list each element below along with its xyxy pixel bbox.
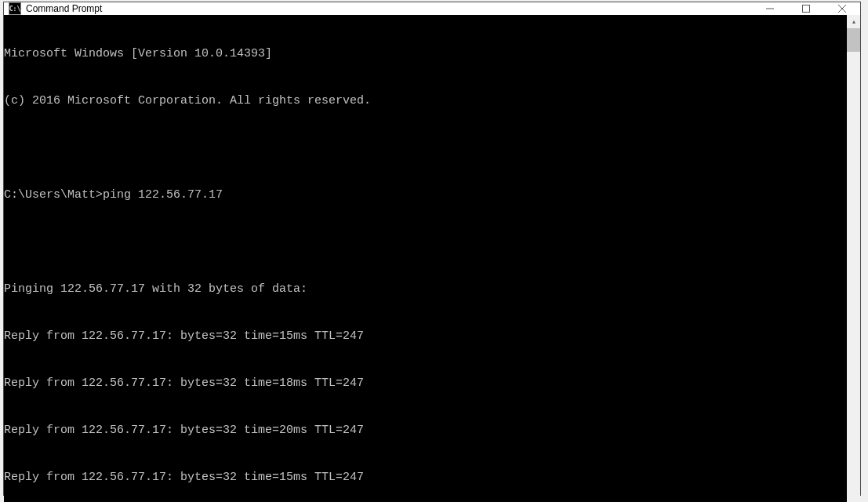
- minimize-button[interactable]: [752, 2, 788, 15]
- console-area: Microsoft Windows [Version 10.0.14393] (…: [4, 15, 860, 502]
- console-line: (c) 2016 Microsoft Corporation. All righ…: [4, 93, 847, 109]
- console-line: [4, 235, 847, 250]
- app-icon: C:\: [9, 2, 21, 15]
- console-line: Reply from 122.56.77.17: bytes=32 time=1…: [4, 376, 847, 391]
- console-line: Reply from 122.56.77.17: bytes=32 time=1…: [4, 329, 847, 344]
- console-line: Pinging 122.56.77.17 with 32 bytes of da…: [4, 282, 847, 297]
- svg-rect-1: [803, 5, 810, 13]
- scroll-thumb[interactable]: [847, 28, 860, 52]
- console-line: [4, 140, 847, 156]
- scroll-up-button[interactable]: ▴: [847, 15, 860, 28]
- window-title: Command Prompt: [26, 3, 752, 14]
- maximize-icon: [802, 5, 810, 13]
- command-prompt-window: C:\ Command Prompt Microsoft Windows [Ve…: [3, 2, 861, 496]
- maximize-button[interactable]: [788, 2, 824, 15]
- minimize-icon: [766, 5, 774, 13]
- console-output[interactable]: Microsoft Windows [Version 10.0.14393] (…: [4, 15, 847, 502]
- scroll-track[interactable]: [847, 28, 860, 502]
- titlebar[interactable]: C:\ Command Prompt: [4, 2, 860, 15]
- chevron-up-icon: ▴: [852, 18, 855, 25]
- window-controls: [752, 2, 860, 15]
- console-line: Reply from 122.56.77.17: bytes=32 time=2…: [4, 423, 847, 438]
- console-line: Microsoft Windows [Version 10.0.14393]: [4, 46, 847, 62]
- console-line: Reply from 122.56.77.17: bytes=32 time=1…: [4, 470, 847, 486]
- vertical-scrollbar[interactable]: ▴ ▾: [847, 15, 860, 502]
- close-icon: [838, 5, 846, 13]
- close-button[interactable]: [824, 2, 860, 15]
- console-line: C:\Users\Matt>ping 122.56.77.17: [4, 187, 847, 203]
